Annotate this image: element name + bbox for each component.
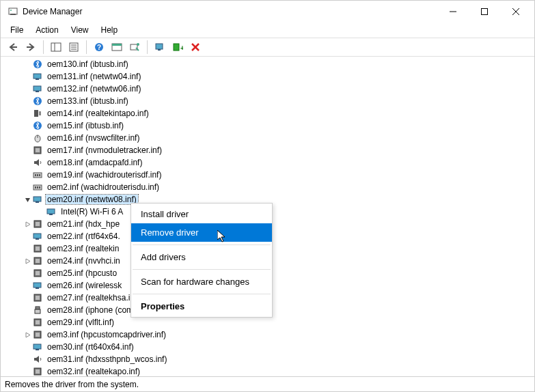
forward-button[interactable] (23, 39, 39, 55)
svg-rect-1 (10, 14, 16, 15)
expander-placeholder (23, 109, 32, 118)
device-icon (32, 169, 43, 180)
tree-row[interactable]: oem32.inf (realtekapo.inf) (1, 365, 534, 376)
chevron-down-icon[interactable] (23, 195, 32, 204)
tree-node-label: oem24.inf (nvvhci.in (46, 256, 122, 266)
tree-node-label: Intel(R) Wi-Fi 6 A (59, 207, 124, 216)
menu-action[interactable]: Action (30, 24, 64, 36)
device-button[interactable] (152, 39, 168, 55)
expander-placeholder (23, 96, 32, 106)
expander-placeholder (23, 182, 32, 192)
titlebar: Device Manager (1, 1, 534, 23)
menu-file[interactable]: File (5, 24, 29, 36)
context-menu-item[interactable]: Add drivers (131, 248, 272, 266)
svg-rect-72 (33, 344, 41, 349)
tree-row[interactable]: oem16.inf (nvswcfilter.inf) (1, 132, 534, 144)
menubar: File Action View Help (1, 23, 534, 38)
sys-icon (32, 317, 43, 328)
svg-rect-63 (36, 288, 39, 289)
menu-help[interactable]: Help (96, 24, 124, 36)
net-icon (32, 231, 43, 242)
bluetooth-icon (32, 96, 43, 107)
tree-row[interactable]: oem17.inf (nvmoduletracker.inf) (1, 144, 534, 156)
tree-row[interactable]: oem133.inf (ibtusb.inf) (1, 95, 534, 107)
svg-rect-30 (33, 86, 41, 91)
svg-rect-0 (9, 8, 17, 14)
bluetooth-icon (32, 59, 43, 70)
net-icon (32, 194, 43, 205)
properties-button[interactable] (66, 39, 82, 55)
sys-icon (32, 292, 43, 303)
expander-placeholder (23, 318, 32, 327)
context-menu-item[interactable]: Remove driver (131, 223, 272, 242)
tree-node-label: oem16.inf (nvswcfilter.inf) (46, 133, 141, 143)
expander-placeholder (23, 293, 32, 303)
context-menu-separator (133, 294, 271, 294)
tree-row[interactable]: oem131.inf (netwtw04.inf) (1, 70, 534, 83)
add-driver-button[interactable]: + (169, 39, 186, 55)
svg-rect-48 (33, 197, 41, 201)
context-menu-item[interactable]: Scan for hardware changes (131, 272, 272, 291)
speaker-icon (32, 354, 43, 365)
menu-view[interactable]: View (66, 24, 94, 36)
help-button[interactable]: ? (91, 39, 107, 55)
action-button[interactable] (109, 39, 125, 55)
tree-row[interactable]: oem14.inf (realtekintapo.inf) (1, 107, 534, 120)
svg-rect-18 (112, 44, 122, 46)
svg-rect-59 (36, 259, 40, 263)
sys-icon (32, 145, 43, 156)
svg-rect-43 (39, 174, 40, 176)
speaker-icon (32, 157, 43, 168)
scan-button[interactable] (126, 39, 143, 55)
tree-row[interactable]: oem30.inf (rt640x64.inf) (1, 341, 534, 353)
expander-placeholder (23, 232, 32, 241)
tree-node-label: oem23.inf (realtekin (46, 244, 120, 253)
svg-rect-71 (36, 333, 40, 337)
svg-text:?: ? (97, 44, 101, 51)
sys-icon (32, 255, 43, 266)
audio-icon (32, 108, 43, 119)
usb-icon (32, 305, 43, 316)
tree-row[interactable]: oem130.inf (ibtusb.inf) (1, 58, 534, 70)
expander-placeholder (23, 244, 32, 253)
expander-placeholder (23, 281, 32, 290)
tree-row[interactable]: oem2.inf (wachidrouterisdu.inf) (1, 181, 534, 193)
tree-node-label: oem132.inf (netwtw06.inf) (46, 84, 142, 94)
tree-node-label: oem26.inf (wirelessk (46, 281, 123, 290)
tree-row[interactable]: oem29.inf (vlflt.inf) (1, 316, 534, 328)
expander-placeholder (23, 170, 32, 180)
tree-node-label: oem133.inf (ibtusb.inf) (46, 96, 130, 106)
tree-row[interactable]: oem15.inf (ibtusb.inf) (1, 120, 534, 132)
expander-placeholder (23, 367, 32, 376)
chevron-right-icon[interactable] (23, 219, 32, 229)
sys-icon (32, 268, 43, 279)
show-hide-tree-button[interactable] (48, 39, 64, 55)
svg-rect-23 (174, 44, 179, 51)
back-button[interactable] (5, 39, 21, 55)
close-button[interactable] (500, 1, 532, 23)
tree-row[interactable]: oem19.inf (wachidrouterisdf.inf) (1, 169, 534, 181)
tree-node-label: oem29.inf (vlflt.inf) (46, 318, 115, 327)
maximize-button[interactable] (469, 1, 500, 23)
chevron-right-icon[interactable] (23, 256, 32, 266)
tree-row[interactable]: oem132.inf (netwtw06.inf) (1, 83, 534, 95)
sys-icon (32, 329, 43, 340)
svg-rect-42 (37, 174, 38, 176)
remove-button[interactable] (187, 39, 204, 55)
tree-node-label: oem32.inf (realtekapo.inf) (46, 367, 141, 376)
svg-rect-41 (35, 174, 36, 176)
tree-row[interactable]: oem31.inf (hdxssthpnb_wcos.inf) (1, 353, 534, 365)
context-menu-item[interactable]: Install driver (131, 205, 272, 223)
tree-row[interactable]: oem3.inf (hpcustomcapdriver.inf) (1, 328, 534, 341)
tree-row[interactable]: oem18.inf (amdacpafd.inf) (1, 156, 534, 169)
minimize-button[interactable] (437, 1, 469, 23)
chevron-right-icon[interactable] (23, 330, 32, 339)
tree-node-label: oem30.inf (rt640x64.inf) (46, 342, 135, 352)
context-menu-item[interactable]: Properties (131, 297, 272, 316)
net-icon (32, 280, 43, 291)
svg-rect-75 (36, 369, 40, 374)
svg-rect-51 (49, 214, 53, 215)
expander-placeholder (23, 305, 32, 315)
window-title: Device Manager (23, 7, 437, 16)
tree-container: oem130.inf (ibtusb.inf)oem131.inf (netwt… (1, 57, 534, 376)
